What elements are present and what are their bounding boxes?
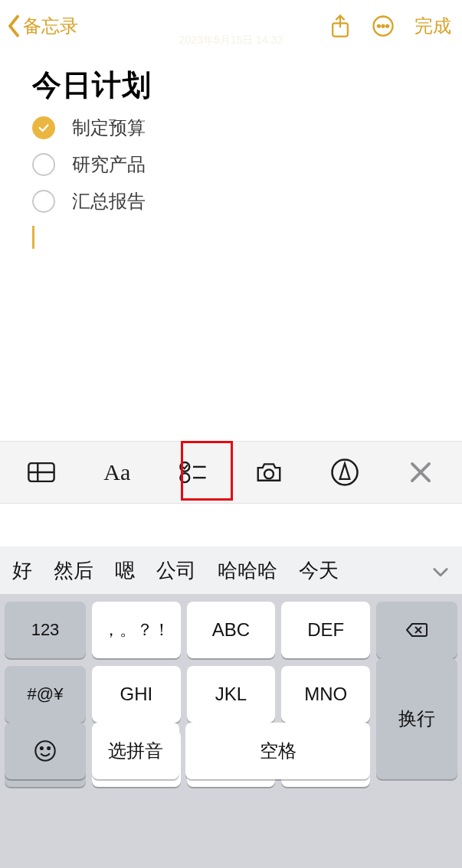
key-punct[interactable]: ，。？！ bbox=[92, 602, 181, 658]
more-icon[interactable] bbox=[372, 14, 395, 38]
key-backspace[interactable] bbox=[376, 602, 457, 658]
svg-point-19 bbox=[41, 747, 43, 749]
key-enter[interactable]: 换行 bbox=[376, 658, 457, 779]
format-toolbar: Aa bbox=[0, 441, 462, 504]
candidate-word[interactable]: 然后 bbox=[54, 557, 93, 584]
camera-icon bbox=[254, 458, 283, 487]
checkbox-checked-icon[interactable] bbox=[32, 116, 55, 139]
chevron-down-icon bbox=[431, 566, 450, 577]
back-label: 备忘录 bbox=[23, 14, 78, 38]
checkbox-icon[interactable] bbox=[32, 153, 55, 176]
text-format-icon: Aa bbox=[103, 459, 130, 485]
key-jkl[interactable]: JKL bbox=[187, 666, 276, 723]
candidate-word[interactable]: 公司 bbox=[156, 557, 196, 584]
emoji-icon bbox=[34, 739, 57, 762]
todo-item[interactable]: 汇总报告 bbox=[32, 189, 439, 214]
key-pinyin[interactable]: 选拼音 bbox=[92, 723, 179, 779]
camera-button[interactable] bbox=[238, 451, 300, 494]
candidate-bar: 好 然后 嗯 公司 哈哈哈 今天 bbox=[0, 547, 462, 594]
markup-icon bbox=[330, 458, 359, 487]
note-title[interactable]: 今日计划 bbox=[32, 66, 439, 105]
checkbox-icon[interactable] bbox=[32, 190, 55, 213]
candidate-word[interactable]: 好 bbox=[12, 557, 32, 584]
checklist-icon bbox=[179, 458, 208, 487]
todo-text[interactable]: 制定预算 bbox=[72, 116, 146, 140]
candidate-word[interactable]: 今天 bbox=[299, 557, 339, 584]
markup-button[interactable] bbox=[314, 451, 375, 494]
expand-candidates-button[interactable] bbox=[431, 559, 450, 582]
svg-point-10 bbox=[180, 473, 189, 482]
svg-point-18 bbox=[35, 741, 54, 760]
note-body[interactable]: 今日计划 制定预算 研究产品 汇总报告 bbox=[0, 47, 462, 249]
backspace-icon bbox=[405, 618, 428, 641]
todo-text[interactable]: 汇总报告 bbox=[72, 189, 146, 214]
candidate-word[interactable]: 哈哈哈 bbox=[218, 557, 277, 584]
svg-point-3 bbox=[382, 25, 385, 28]
nav-bar: 备忘录 完成 bbox=[0, 0, 462, 47]
text-cursor bbox=[32, 226, 34, 249]
chevron-left-icon bbox=[6, 15, 21, 38]
todo-item[interactable]: 制定预算 bbox=[32, 116, 439, 140]
key-space[interactable]: 空格 bbox=[185, 723, 370, 779]
svg-point-12 bbox=[264, 469, 274, 478]
back-button[interactable]: 备忘录 bbox=[6, 14, 78, 38]
key-symbols[interactable]: #@¥ bbox=[5, 666, 86, 723]
key-mno[interactable]: MNO bbox=[281, 666, 370, 723]
candidate-word[interactable]: 嗯 bbox=[115, 557, 135, 584]
svg-point-8 bbox=[180, 462, 189, 472]
svg-point-2 bbox=[378, 25, 380, 28]
share-icon[interactable] bbox=[329, 14, 352, 38]
key-def[interactable]: DEF bbox=[281, 602, 370, 658]
todo-item[interactable]: 研究产品 bbox=[32, 152, 439, 177]
key-emoji[interactable] bbox=[5, 723, 86, 779]
svg-point-20 bbox=[48, 747, 50, 749]
checklist-button[interactable] bbox=[162, 451, 224, 494]
done-button[interactable]: 完成 bbox=[414, 14, 451, 38]
svg-point-4 bbox=[386, 25, 388, 28]
todo-text[interactable]: 研究产品 bbox=[72, 152, 146, 177]
table-icon bbox=[27, 458, 56, 487]
text-format-button[interactable]: Aa bbox=[87, 451, 148, 494]
table-button[interactable] bbox=[11, 451, 72, 494]
keyboard: 123 #@¥ ABC ，。？！ ABC DEF GHI JKL MNO PQR… bbox=[0, 594, 462, 868]
key-abc2[interactable]: ABC bbox=[187, 602, 276, 658]
close-icon bbox=[406, 458, 435, 487]
dismiss-keyboard-button[interactable] bbox=[390, 451, 451, 494]
key-ghi[interactable]: GHI bbox=[92, 666, 181, 723]
key-123[interactable]: 123 bbox=[5, 602, 86, 658]
